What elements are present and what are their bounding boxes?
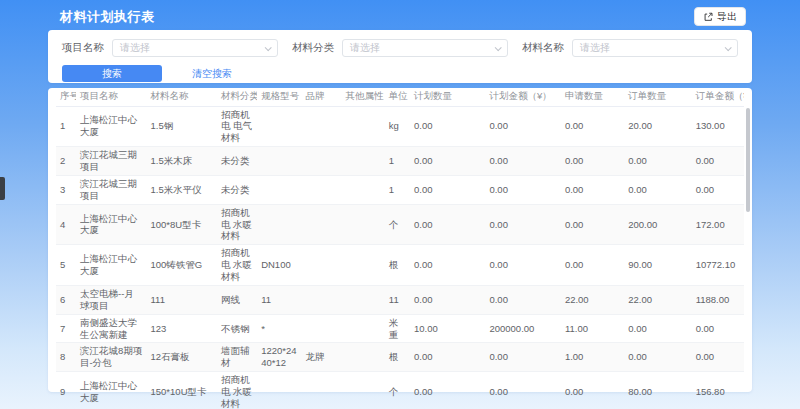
column-header-0: 序号 [56,88,76,106]
cell-r9-c2: 150*10U型卡 [147,372,217,409]
cell-r7-c4: * [257,314,301,343]
sidebar-collapse-handle[interactable] [0,177,5,200]
chevron-down-icon [495,44,502,51]
cell-r5-c12: 10772.10 [692,245,744,286]
cell-r6-c9: 0.00 [485,285,560,314]
cell-r4-c2: 100*8U型卡 [147,204,217,245]
cell-r7-c11: 0.00 [624,314,691,343]
cell-r6-c0: 6 [56,285,76,314]
cell-r9-c9: 0.00 [485,372,560,409]
cell-r5-c0: 5 [56,245,76,286]
cell-r6-c3: 网线 [217,285,257,314]
cell-r9-c6 [342,372,385,409]
cell-r9-c12: 156.80 [692,372,744,409]
cell-r2-c2: 1.5米木床 [147,147,217,176]
column-header-2: 材料名称 [147,88,217,106]
select-project-name[interactable]: 请选择 [112,39,278,57]
column-header-3: 材料分类 [217,88,257,106]
cell-r1-c12: 130.00 [692,106,744,147]
filter-group-material-category: 材料分类请选择 [292,39,508,57]
export-button[interactable]: 导出 [694,7,746,26]
table-row: 3滨江花城三期项目1.5米水平仪未分类10.000.000.000.000.00 [56,175,744,204]
column-header-10: 申请数量 [561,88,624,106]
filter-label-material-category: 材料分类 [292,41,334,55]
cell-r3-c3: 未分类 [217,175,257,204]
column-header-6: 其他属性 [342,88,385,106]
table-row: 9上海松江中心大厦150*10U型卡招商机电 水暖材料个0.000.000.00… [56,372,744,409]
search-button[interactable]: 搜索 [62,65,162,82]
cell-r1-c6 [342,106,385,147]
cell-r1-c2: 1.5钢 [147,106,217,147]
cell-r8-c5: 龙牌 [301,343,341,372]
cell-r2-c4 [257,147,301,176]
cell-r1-c10: 0.00 [561,106,624,147]
cell-r4-c12: 172.00 [692,204,744,245]
cell-r1-c4 [257,106,301,147]
clear-search-link[interactable]: 清空搜索 [192,67,232,81]
cell-r1-c1: 上海松江中心大厦 [76,106,146,147]
cell-r4-c4 [257,204,301,245]
cell-r8-c4: 1220*2440*12 [257,343,301,372]
cell-r2-c3: 未分类 [217,147,257,176]
cell-r5-c10: 0.00 [561,245,624,286]
select-placeholder-material-category: 请选择 [350,41,380,55]
cell-r3-c9: 0.00 [485,175,560,204]
cell-r6-c5 [301,285,341,314]
vertical-scrollbar-thumb[interactable] [746,108,750,212]
cell-r4-c0: 4 [56,204,76,245]
cell-r9-c1: 上海松江中心大厦 [76,372,146,409]
select-material-category[interactable]: 请选择 [342,39,508,57]
filter-label-project-name: 项目名称 [62,41,104,55]
cell-r3-c0: 3 [56,175,76,204]
filter-group-project-name: 项目名称请选择 [62,39,278,57]
cell-r7-c8: 10.00 [410,314,485,343]
cell-r5-c3: 招商机电 水暖材料 [217,245,257,286]
cell-r6-c6 [342,285,385,314]
cell-r3-c11: 0.00 [624,175,691,204]
filter-row: 项目名称请选择材料分类请选择材料名称请选择 [62,39,738,57]
cell-r6-c2: 111 [147,285,217,314]
export-icon [703,12,713,22]
cell-r9-c4 [257,372,301,409]
cell-r5-c2: 100铸铁管G [147,245,217,286]
cell-r2-c12: 0.00 [692,147,744,176]
cell-r2-c9: 0.00 [485,147,560,176]
chevron-down-icon [265,44,272,51]
cell-r9-c8: 0.00 [410,372,485,409]
filter-label-material-name: 材料名称 [522,41,564,55]
cell-r4-c10: 0.00 [561,204,624,245]
cell-r3-c1: 滨江花城三期项目 [76,175,146,204]
select-material-name[interactable]: 请选择 [572,39,738,57]
table-body: 1上海松江中心大厦1.5钢招商机电 电气材料kg0.000.000.0020.0… [56,106,744,409]
cell-r2-c10: 0.00 [561,147,624,176]
cell-r3-c10: 0.00 [561,175,624,204]
cell-r8-c10: 1.00 [561,343,624,372]
cell-r4-c8: 0.00 [410,204,485,245]
cell-r9-c3: 招商机电 水暖材料 [217,372,257,409]
cell-r6-c7: 11 [385,285,410,314]
column-header-1: 项目名称 [76,88,146,106]
cell-r1-c9: 0.00 [485,106,560,147]
cell-r4-c11: 200.00 [624,204,691,245]
cell-r8-c11: 0.00 [624,343,691,372]
cell-r1-c7: kg [385,106,410,147]
filter-group-material-name: 材料名称请选择 [522,39,738,57]
cell-r7-c6 [342,314,385,343]
cell-r2-c5 [301,147,341,176]
cell-r8-c12: 0.00 [692,343,744,372]
table-row: 6太空电梯--月球项目111网线11110.000.0022.0022.0011… [56,285,744,314]
table-row: 7南侧盛达大学生公寓新建123不锈钢*米重10.00200000.0011.00… [56,314,744,343]
select-placeholder-material-name: 请选择 [580,41,610,55]
select-placeholder-project-name: 请选择 [120,41,150,55]
cell-r5-c7: 根 [385,245,410,286]
table-row: 8滨江花城8期项目-分包12石膏板墙面辅材1220*2440*12龙牌根0.00… [56,343,744,372]
cell-r9-c10: 0.00 [561,372,624,409]
cell-r3-c4 [257,175,301,204]
cell-r4-c1: 上海松江中心大厦 [76,204,146,245]
cell-r6-c10: 22.00 [561,285,624,314]
cell-r7-c5 [301,314,341,343]
cell-r5-c11: 90.00 [624,245,691,286]
chevron-down-icon [725,44,732,51]
cell-r2-c8: 0.00 [410,147,485,176]
column-header-5: 品牌 [301,88,341,106]
